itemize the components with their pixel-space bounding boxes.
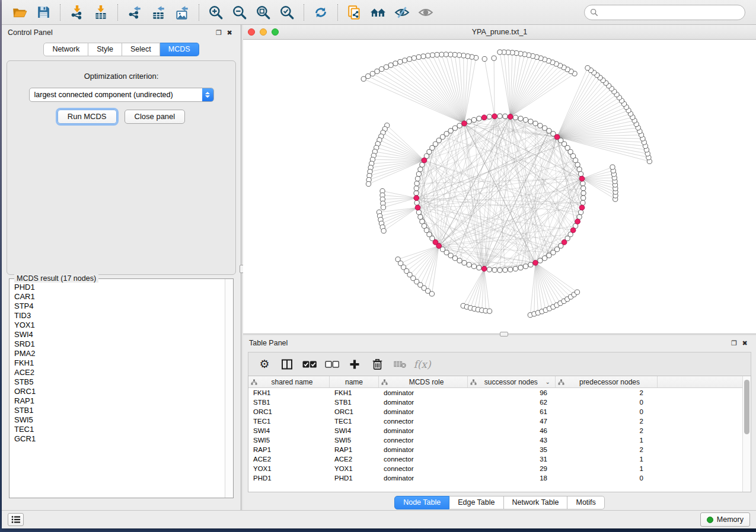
network-canvas[interactable] xyxy=(243,40,756,334)
mcds-result-item[interactable]: SWI4 xyxy=(14,330,225,339)
mcds-result-item[interactable]: TEC1 xyxy=(14,425,225,434)
cell-predecessor-nodes: 1 xyxy=(556,464,658,473)
column-header-label: name xyxy=(332,378,376,386)
mcds-result-item[interactable]: RAP1 xyxy=(14,396,225,406)
column-header-successor-nodes[interactable]: successor nodes ⌄ xyxy=(468,376,556,387)
apply-function-button[interactable]: f(x) xyxy=(412,355,432,373)
mcds-result-item[interactable]: PHD1 xyxy=(14,283,225,292)
delete-column-button[interactable] xyxy=(367,355,387,373)
cell-shared-name: STB1 xyxy=(248,398,330,407)
apply-layout-button[interactable] xyxy=(309,2,333,23)
save-session-button[interactable] xyxy=(31,2,55,23)
mcds-result-item[interactable]: STB5 xyxy=(14,377,225,387)
show-all-button[interactable] xyxy=(414,2,438,23)
close-panel-icon[interactable]: ✖ xyxy=(224,29,235,37)
column-scope-icon xyxy=(470,379,477,385)
criterion-dropdown[interactable]: largest connected component (undirected) xyxy=(29,88,214,102)
table-row[interactable]: STB1 STB1 dominator 62 0 xyxy=(248,398,742,407)
export-table-button[interactable] xyxy=(146,2,170,23)
tab-network[interactable]: Network xyxy=(43,43,88,56)
add-column-button[interactable] xyxy=(344,355,365,373)
export-network-button[interactable] xyxy=(123,2,146,23)
zoom-selected-button[interactable] xyxy=(275,2,299,23)
column-header-MCDS-role[interactable]: MCDS role xyxy=(379,376,468,387)
houses-icon xyxy=(369,5,387,20)
tab-motifs[interactable]: Motifs xyxy=(567,496,604,509)
first-neighbors-button[interactable] xyxy=(366,2,390,23)
tab-style[interactable]: Style xyxy=(88,43,122,56)
export-image-button[interactable] xyxy=(170,2,194,23)
column-header-predecessor-nodes[interactable]: predecessor nodes xyxy=(556,376,658,387)
table-scrollbar[interactable] xyxy=(742,376,751,492)
column-header-name[interactable]: name xyxy=(330,376,379,387)
split-panel-icon xyxy=(281,358,293,370)
table-row[interactable]: FKH1 FKH1 dominator 96 2 xyxy=(248,388,742,398)
float-panel-icon[interactable]: ❐ xyxy=(729,339,739,347)
network-graph[interactable] xyxy=(243,40,756,334)
table-row[interactable]: SWI4 SWI4 dominator 46 2 xyxy=(248,426,742,435)
cell-successor-nodes: 47 xyxy=(468,416,556,426)
close-panel-button[interactable]: Close panel xyxy=(125,110,186,124)
table-row[interactable]: YOX1 YOX1 connector 29 1 xyxy=(248,464,742,473)
hide-selected-button[interactable] xyxy=(390,2,414,23)
mcds-result-item[interactable]: SWI5 xyxy=(14,415,225,425)
cell-filler xyxy=(658,473,742,483)
run-mcds-button[interactable]: Run MCDS xyxy=(58,110,117,124)
mcds-result-item[interactable]: ACE2 xyxy=(14,368,225,377)
zoom-out-button[interactable] xyxy=(228,2,251,23)
mcds-result-item[interactable]: STB1 xyxy=(14,406,225,415)
zoom-in-button[interactable] xyxy=(204,2,228,23)
toolbar-separator xyxy=(337,4,338,21)
zoom-in-icon xyxy=(208,5,224,20)
mcds-result-item[interactable]: ORC1 xyxy=(14,387,225,396)
network-search-box[interactable] xyxy=(584,5,745,20)
mcds-result-item[interactable]: FKH1 xyxy=(14,358,225,368)
new-network-from-selection-button[interactable] xyxy=(343,2,366,23)
cell-mcds-role: dominator xyxy=(379,445,468,454)
mcds-result-item[interactable]: CAR1 xyxy=(14,292,225,302)
column-header-shared-name[interactable]: shared name xyxy=(248,376,330,387)
table-settings-button[interactable]: ⚙ xyxy=(254,355,275,373)
task-history-button[interactable] xyxy=(8,513,24,526)
table-row[interactable]: ORC1 ORC1 dominator 61 0 xyxy=(248,407,742,416)
mcds-result-list[interactable]: PHD1CAR1STP4TID3YOX1SWI4SRD1PMA2FKH1ACE2… xyxy=(9,279,225,498)
main-toolbar xyxy=(2,0,756,25)
mcds-result-item[interactable]: STP4 xyxy=(14,302,225,311)
mcds-list-scrollbar[interactable] xyxy=(225,279,233,498)
scrollbar-thumb[interactable] xyxy=(744,380,749,434)
zoom-fit-icon xyxy=(256,5,271,20)
table-row[interactable]: PHD1 PHD1 dominator 18 0 xyxy=(248,473,742,483)
select-all-button[interactable] xyxy=(299,355,320,373)
zoom-fit-button[interactable] xyxy=(251,2,275,23)
column-scope-icon xyxy=(251,379,257,385)
tab-node-table[interactable]: Node Table xyxy=(394,496,449,509)
import-network-button[interactable] xyxy=(65,2,89,23)
optimization-criterion-label: Optimization criterion: xyxy=(7,72,235,81)
split-panel-button[interactable] xyxy=(277,355,297,373)
tab-mcds[interactable]: MCDS xyxy=(160,43,199,56)
mcds-result-item[interactable]: GCR1 xyxy=(14,434,225,444)
memory-button[interactable]: Memory xyxy=(700,512,750,527)
tab-select[interactable]: Select xyxy=(122,43,160,56)
search-input[interactable] xyxy=(601,8,739,17)
mcds-result-item[interactable]: YOX1 xyxy=(14,321,225,330)
save-floppy-icon xyxy=(36,5,51,20)
table-row[interactable]: SWI5 SWI5 connector 43 1 xyxy=(248,435,742,445)
tab-edge-table[interactable]: Edge Table xyxy=(449,496,503,509)
table-row[interactable]: RAP1 RAP1 dominator 35 2 xyxy=(248,445,742,454)
open-session-button[interactable] xyxy=(8,2,31,23)
horizontal-splitter[interactable] xyxy=(243,334,756,335)
import-table-button[interactable] xyxy=(89,2,113,23)
mcds-result-item[interactable]: PMA2 xyxy=(14,349,225,358)
export-network-icon xyxy=(127,5,142,20)
delete-table-button[interactable] xyxy=(390,355,410,373)
mcds-result-item[interactable]: TID3 xyxy=(14,311,225,321)
table-row[interactable]: TEC1 TEC1 connector 47 2 xyxy=(248,416,742,426)
table-row[interactable]: ACE2 ACE2 connector 31 1 xyxy=(248,454,742,464)
mcds-result-item[interactable]: SRD1 xyxy=(14,339,225,349)
deselect-all-button[interactable] xyxy=(322,355,342,373)
float-panel-icon[interactable]: ❐ xyxy=(213,29,224,37)
tab-network-table[interactable]: Network Table xyxy=(504,496,568,509)
close-panel-icon[interactable]: ✖ xyxy=(739,339,750,347)
splitter-grip[interactable] xyxy=(500,332,508,336)
